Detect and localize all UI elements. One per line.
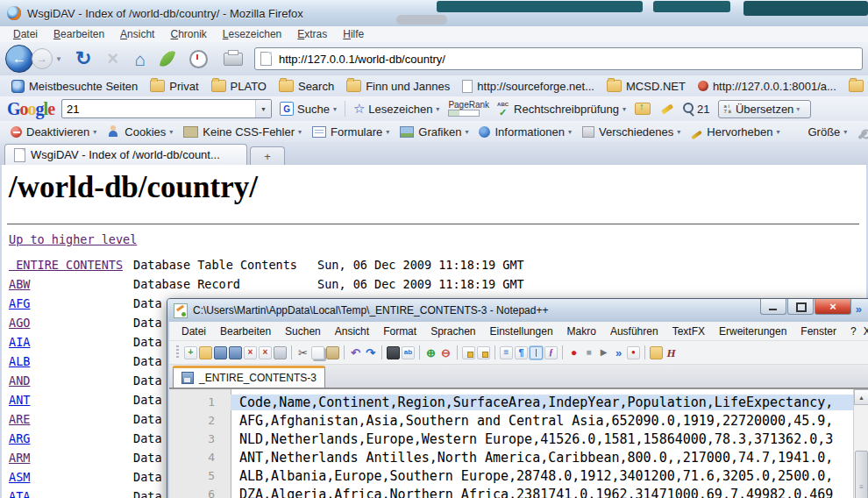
home-button[interactable]: ⌂ <box>134 50 146 68</box>
print-button[interactable] <box>224 53 243 66</box>
notepad-menu-item[interactable]: Datei <box>174 325 213 338</box>
document-tab[interactable]: _ENTIRE_CONTENTS-3 <box>173 366 325 388</box>
scroll-up-icon[interactable]: ▲ <box>854 389 868 405</box>
forward-button[interactable]: → <box>32 48 53 69</box>
toolbar-icon[interactable]: ✂ <box>296 346 309 359</box>
toolbar-icon[interactable]: H <box>665 346 678 359</box>
entry-link[interactable]: ARM <box>9 451 30 465</box>
bookmark-item[interactable]: MCSD.NET <box>601 80 692 93</box>
toolbar-icon[interactable]: × <box>244 346 257 359</box>
editor-line[interactable]: 3 NLD,Netherlands,Europe,Western Europe,… <box>169 430 868 448</box>
editor-area[interactable]: 1 Code,Name,Continent,Region,SurfaceArea… <box>169 388 868 498</box>
menu-item[interactable]: Hilfe <box>335 27 372 41</box>
menu-item[interactable]: Chronik <box>162 27 214 41</box>
history-icon[interactable] <box>189 50 208 68</box>
bookmark-item[interactable]: PLATO <box>205 80 273 93</box>
google-search-box[interactable]: ▼ <box>61 99 272 118</box>
notepad-menu-item[interactable]: Fenster <box>793 325 843 338</box>
entry-link[interactable]: AND <box>9 374 30 388</box>
bookmark-item[interactable]: Search <box>273 80 340 93</box>
stop-button[interactable]: × <box>107 49 118 68</box>
bookmark-item[interactable]: Meistbesuchte Seiten <box>5 80 144 93</box>
entry-link[interactable]: ARE <box>9 412 30 426</box>
entry-link[interactable]: ASM <box>9 470 30 484</box>
toolbar-icon[interactable] <box>530 346 543 359</box>
google-bookmarks-button[interactable]: ☆ Lesezeichen <box>353 101 439 117</box>
toolbar-icon[interactable] <box>344 345 345 359</box>
notepad-titlebar[interactable]: C:\Users\Martin\AppData\Local\Temp\_ENTI… <box>167 299 868 322</box>
word-find-icon[interactable] <box>682 103 694 115</box>
url-input[interactable] <box>277 52 857 67</box>
webdev-menu-item[interactable]: Informationen <box>473 125 577 139</box>
toolbar-icon[interactable]: ¶ <box>515 346 528 359</box>
toolbar-icon[interactable]: × <box>259 346 272 359</box>
search-dropdown-icon[interactable]: ▼ <box>255 100 271 117</box>
toolbar-icon[interactable] <box>419 345 420 359</box>
toolbar-icon[interactable]: ▶ <box>597 346 610 359</box>
toolbar-icon[interactable] <box>381 345 382 359</box>
webdev-menu-item[interactable]: Größe <box>785 125 852 139</box>
up-to-higher-level-link[interactable]: Up to higher level <box>9 232 137 246</box>
notepad-menu-item[interactable]: Sprachen <box>423 325 482 338</box>
entry-link[interactable]: ENTIRE CONTENTS <box>9 258 123 272</box>
webdev-menu-item[interactable]: Deaktivieren <box>5 125 102 139</box>
google-search-button[interactable]: G Suche <box>280 102 337 116</box>
bookmark-item[interactable]: http://127.0.0.1:8001/a... <box>692 80 843 93</box>
menu-item[interactable]: Ansicht <box>112 27 162 41</box>
reload-button[interactable]: ↻ <box>75 49 91 68</box>
history-dropdown-icon[interactable]: ▼ <box>55 55 62 63</box>
google-search-input[interactable] <box>62 103 255 116</box>
editor-line[interactable]: 4 ANT,Netherlands Antilles,North America… <box>169 448 868 466</box>
toolbar-icon[interactable]: + <box>184 346 197 359</box>
notepad-menu-item[interactable]: Einstellungen <box>483 325 560 338</box>
new-tab-button[interactable]: + <box>250 146 285 165</box>
notepad-menu-item[interactable]: Ansicht <box>328 325 376 338</box>
toolbar-icon[interactable]: ● <box>567 346 580 359</box>
webdev-menu-item[interactable]: Cookies <box>102 125 178 139</box>
vertical-scrollbar[interactable]: ▲ ≡ <box>853 389 868 498</box>
editor-line[interactable]: 5 ALB,Albania,Europe,Southern Europe,287… <box>169 466 868 485</box>
toolbar-icon[interactable] <box>274 346 287 359</box>
toolbar-overflow-icon[interactable]: » <box>856 302 862 316</box>
entry-link[interactable]: AGO <box>9 316 30 330</box>
pagerank-widget[interactable]: PageRank <box>448 101 489 117</box>
highlighter-icon[interactable] <box>661 103 673 114</box>
toolbar-icon[interactable] <box>199 346 212 359</box>
toolbar-icon[interactable] <box>650 346 663 359</box>
close-button[interactable]: × <box>815 299 851 315</box>
mdi-close-button[interactable]: X <box>864 325 868 338</box>
toolbar-icon[interactable] <box>229 346 242 359</box>
toolbar-icon[interactable] <box>387 346 400 359</box>
webdev-menu-item[interactable]: Extras <box>852 125 868 139</box>
editor-line[interactable]: 2 AFG,Afghanistan,Asia,Southern and Cent… <box>169 411 868 430</box>
toolbar-icon[interactable]: ↷ <box>364 346 377 359</box>
feed-icon[interactable] <box>160 49 175 69</box>
toolbar-icon[interactable]: ƒ <box>544 346 558 359</box>
notepad-menu-item[interactable]: Format <box>376 325 423 338</box>
toolbar-icon[interactable] <box>477 346 490 359</box>
toolbar-icon[interactable] <box>562 345 563 359</box>
notepad-menu-item[interactable]: TextFX <box>665 325 712 338</box>
browser-tab[interactable]: WsgiDAV - Index of /world-db/count... <box>4 144 247 165</box>
toolbar-icon[interactable]: ab <box>402 346 415 359</box>
notepad-menu-item[interactable]: Erweiterungen <box>712 325 793 338</box>
entry-link[interactable]: AIA <box>9 335 30 349</box>
webdev-menu-item[interactable]: Keine CSS-Fehler <box>178 125 307 139</box>
entry-link[interactable]: ALB <box>9 354 30 368</box>
toolbar-icon[interactable] <box>644 345 645 359</box>
bookmark-item[interactable]: Privat <box>144 80 204 93</box>
firefox-titlebar[interactable]: WsgiDAV - Index of /world-db/country/ - … <box>0 0 868 27</box>
spellcheck-button[interactable]: Rechtschreibprüfung <box>497 103 626 116</box>
url-bar[interactable] <box>254 47 863 70</box>
entry-link[interactable]: ABW <box>9 277 30 291</box>
notepad-menu-item[interactable]: Ausführen <box>603 325 665 338</box>
entry-link[interactable]: ANT <box>9 393 30 407</box>
webdev-menu-item[interactable]: Verschiedenes <box>577 125 686 139</box>
bookmark-item[interactable]: Tree Samples <box>843 80 868 93</box>
toolbar-icon[interactable] <box>462 346 475 359</box>
notepad-menu-item[interactable]: Makro <box>560 325 603 338</box>
toolbar-icon[interactable] <box>457 345 458 359</box>
editor-line[interactable]: 6 DZA,Algeria,Africa,Northern Africa,238… <box>169 485 868 498</box>
toolbar-icon[interactable]: » <box>612 346 625 359</box>
menu-item[interactable]: Bearbeiten <box>46 27 112 41</box>
